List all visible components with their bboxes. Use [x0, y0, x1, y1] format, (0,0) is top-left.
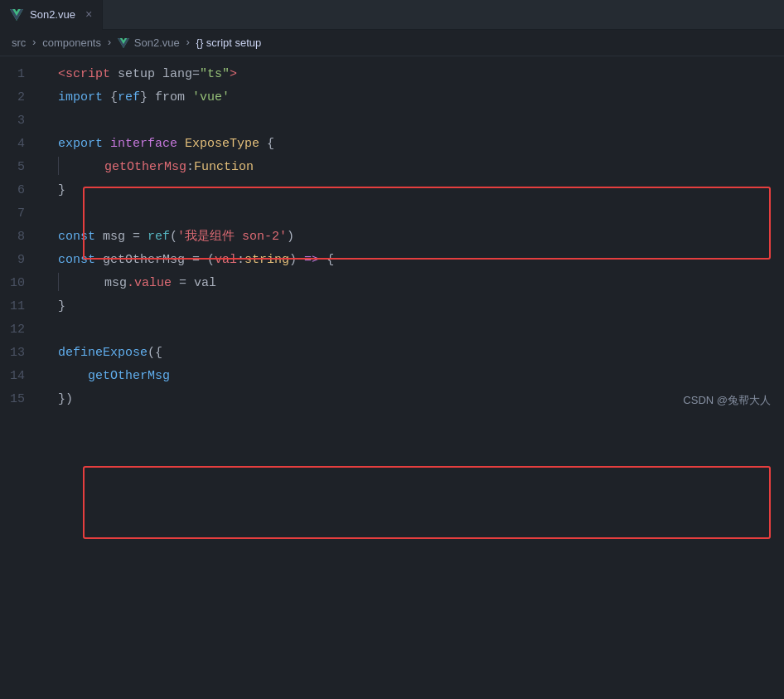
line-number-1: 1 — [0, 63, 41, 86]
line-content-1: <script setup lang="ts"> — [41, 63, 784, 86]
code-line-2: 2 import {ref} from 'vue' — [0, 86, 784, 109]
line-number-8: 8 — [0, 226, 41, 249]
code-line-12: 12 — [0, 318, 784, 342]
line-number-2: 2 — [0, 86, 41, 109]
tab-close-button[interactable]: × — [85, 8, 92, 22]
line-content-14: getOtherMsg — [41, 365, 784, 388]
line-number-9: 9 — [0, 249, 41, 272]
breadcrumb-section: {} script setup — [196, 36, 262, 49]
breadcrumb-sep-2: › — [106, 36, 113, 49]
code-line-15: 15 }) — [0, 388, 784, 411]
tab-son2-vue[interactable]: Son2.vue × — [0, 0, 103, 30]
highlight-box-define-expose — [83, 466, 771, 539]
line-number-7: 7 — [0, 202, 41, 226]
line-number-6: 6 — [0, 179, 41, 202]
code-line-3: 3 — [0, 109, 784, 133]
line-content-6: } — [41, 179, 784, 202]
line-number-11: 11 — [0, 295, 41, 318]
breadcrumb-components: components — [42, 36, 101, 49]
breadcrumb: src › components › Son2.vue › {} script … — [0, 30, 784, 56]
code-line-5: 5 getOtherMsg:Function — [0, 156, 784, 179]
line-number-15: 15 — [0, 388, 41, 411]
tab-bar: Son2.vue × — [0, 0, 784, 30]
line-number-14: 14 — [0, 365, 41, 388]
line-content-2: import {ref} from 'vue' — [41, 86, 784, 109]
breadcrumb-sep-1: › — [31, 36, 37, 49]
code-line-11: 11 } — [0, 295, 784, 318]
code-line-13: 13 defineExpose({ — [0, 342, 784, 365]
breadcrumb-sep-3: › — [185, 36, 191, 49]
line-content-12 — [41, 318, 784, 342]
line-content-13: defineExpose({ — [41, 342, 784, 365]
watermark: CSDN @兔帮大人 — [683, 393, 771, 408]
line-number-5: 5 — [0, 156, 41, 179]
line-content-3 — [41, 109, 784, 133]
code-line-7: 7 — [0, 202, 784, 226]
line-content-7 — [41, 202, 784, 226]
code-line-6: 6 } — [0, 179, 784, 202]
code-line-10: 10 msg.value = val — [0, 272, 784, 295]
breadcrumb-src: src — [12, 36, 26, 49]
tab-label: Son2.vue — [30, 8, 75, 21]
line-content-4: export interface ExposeType { — [41, 133, 784, 156]
line-number-10: 10 — [0, 272, 41, 295]
breadcrumb-vue-icon — [118, 37, 129, 49]
code-line-9: 9 const getOtherMsg = (val:string) => { — [0, 249, 784, 272]
code-container: 1 <script setup lang="ts"> 2 import {ref… — [0, 56, 784, 418]
code-line-8: 8 const msg = ref('我是组件 son-2') — [0, 226, 784, 249]
line-content-10: msg.value = val — [41, 272, 784, 295]
line-content-11: } — [41, 295, 784, 318]
line-content-9: const getOtherMsg = (val:string) => { — [41, 249, 784, 272]
line-content-5: getOtherMsg:Function — [41, 156, 784, 179]
line-content-8: const msg = ref('我是组件 son-2') — [41, 226, 784, 249]
vue-icon — [10, 8, 23, 22]
code-line-1: 1 <script setup lang="ts"> — [0, 63, 784, 86]
line-number-13: 13 — [0, 342, 41, 365]
line-number-3: 3 — [0, 109, 41, 133]
code-editor: 1 <script setup lang="ts"> 2 import {ref… — [0, 56, 784, 418]
code-line-4: 4 export interface ExposeType { — [0, 133, 784, 156]
line-content-15: }) — [41, 388, 784, 411]
line-number-12: 12 — [0, 318, 41, 342]
breadcrumb-filename: Son2.vue — [134, 36, 180, 49]
line-number-4: 4 — [0, 133, 41, 156]
code-line-14: 14 getOtherMsg — [0, 365, 784, 388]
